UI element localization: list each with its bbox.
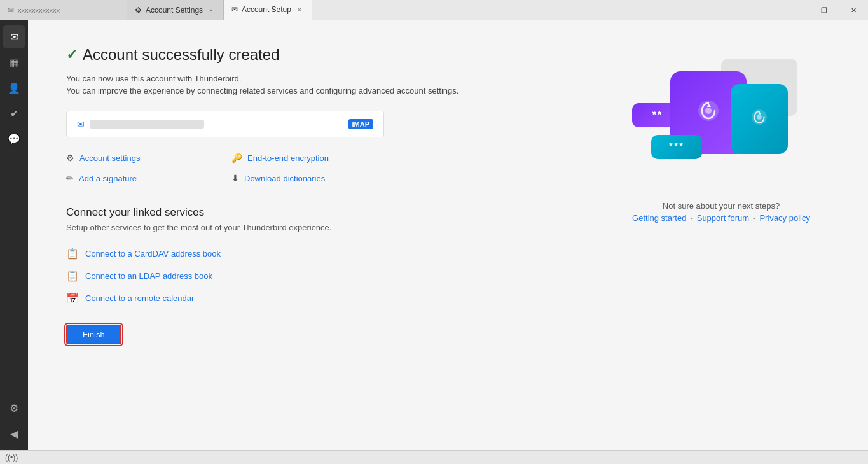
tab-account-setup-close[interactable]: × (295, 5, 304, 15)
account-email-field (90, 120, 204, 129)
imap-badge: IMAP (348, 119, 374, 129)
sidebar-bottom: ⚙ ◀ (3, 397, 25, 445)
success-desc-1: You can now use this account with Thunde… (66, 74, 562, 83)
account-settings-label: Account settings (79, 153, 140, 163)
ldap-link[interactable]: 📋 Connect to an LDAP address book (66, 265, 562, 287)
carddav-icon: 📋 (66, 248, 79, 260)
pen-icon: ✏ (66, 173, 74, 183)
help-links: Getting started - Support forum - Privac… (619, 213, 823, 223)
support-forum-link[interactable]: Support forum (697, 213, 749, 223)
settings-tab-icon: ⚙ (135, 6, 142, 15)
tab-account-settings[interactable]: ⚙ Account Settings × (127, 0, 224, 20)
success-title: Account successfully created (83, 46, 279, 64)
sidebar-item-tasks[interactable]: ✔ (3, 102, 25, 125)
encryption-link[interactable]: 🔑 End-to-end encryption (231, 150, 384, 165)
linked-services-desc: Setup other services to get the most out… (66, 223, 562, 232)
tab-mail[interactable]: ✉ xxxxxxxxxxxx (0, 0, 127, 20)
window-controls: — ❐ ✕ (780, 0, 868, 20)
account-email-icon: ✉ (77, 119, 85, 129)
gear-icon: ⚙ (66, 153, 74, 163)
sidebar-item-collapse[interactable]: ◀ (3, 422, 25, 445)
thunderbird-logo-blue (750, 108, 769, 131)
privacy-policy-link[interactable]: Privacy policy (759, 213, 809, 223)
ldap-label: Connect to an LDAP address book (85, 271, 212, 281)
sidebar-item-settings[interactable]: ⚙ (3, 397, 25, 419)
setup-tab-icon: ✉ (231, 5, 238, 14)
sidebar-item-contacts[interactable]: 👤 (3, 76, 25, 99)
ldap-icon: 📋 (66, 270, 79, 282)
tab-account-settings-close[interactable]: × (207, 6, 216, 15)
svg-point-1 (705, 108, 712, 114)
encryption-label: End-to-end encryption (247, 153, 329, 163)
settings-grid: ⚙ Account settings 🔑 End-to-end encrypti… (66, 150, 384, 186)
app-body: ✉ ▦ 👤 ✔ 💬 ⚙ ◀ ✓ Account successfully cre… (0, 20, 868, 450)
maximize-button[interactable]: ❐ (809, 0, 839, 20)
sep-2: - (753, 213, 755, 223)
dictionaries-link[interactable]: ⬇ Download dictionaries (231, 171, 384, 186)
tab-bar: ✉ xxxxxxxxxxxx ⚙ Account Settings × ✉ Ac… (0, 0, 312, 20)
sidebar-item-calendar[interactable]: ▦ (3, 51, 25, 74)
mail-tab-icon: ✉ (8, 6, 14, 15)
download-icon: ⬇ (231, 173, 239, 183)
title-bar: ✉ xxxxxxxxxxxx ⚙ Account Settings × ✉ Ac… (0, 0, 868, 20)
sidebar: ✉ ▦ 👤 ✔ 💬 ⚙ ◀ (0, 20, 28, 450)
content-area: ✓ Account successfully created You can n… (28, 20, 600, 450)
dictionaries-label: Download dictionaries (244, 174, 325, 183)
success-desc-2: You can improve the experience by connec… (66, 86, 562, 95)
check-icon: ✓ (66, 46, 78, 63)
minimize-button[interactable]: — (780, 0, 809, 20)
wifi-icon: ((•)) (5, 453, 18, 462)
signature-label: Add a signature (79, 174, 137, 183)
sidebar-item-chat[interactable]: 💬 (3, 127, 25, 150)
main-content: ✓ Account successfully created You can n… (28, 20, 868, 450)
account-card-left: ✉ (77, 119, 204, 129)
finish-button[interactable]: Finish (66, 325, 121, 344)
tab-mail-label: xxxxxxxxxxxx (18, 6, 60, 14)
thunderbird-logo-purple (696, 98, 721, 128)
carddav-link[interactable]: 📋 Connect to a CardDAV address book (66, 243, 562, 265)
svg-point-3 (757, 115, 762, 120)
asterisk-purple: ** (652, 109, 663, 121)
getting-started-link[interactable]: Getting started (632, 213, 686, 223)
card-blue (731, 84, 788, 154)
remote-calendar-label: Connect to a remote calendar (85, 293, 194, 303)
tab-account-setup-label: Account Setup (242, 5, 291, 14)
sidebar-item-mail[interactable]: ✉ (3, 25, 25, 48)
calendar-link-icon: 📅 (66, 292, 79, 304)
key-icon: 🔑 (231, 153, 242, 163)
remote-calendar-link[interactable]: 📅 Connect to a remote calendar (66, 287, 562, 309)
help-text: Not sure about your next steps? (619, 201, 823, 211)
tab-account-setup[interactable]: ✉ Account Setup × (224, 0, 312, 20)
illustration: ** (619, 59, 797, 173)
asterisk-blue: *** (669, 141, 685, 153)
carddav-label: Connect to a CardDAV address book (85, 249, 221, 258)
close-button[interactable]: ✕ (839, 0, 868, 20)
help-section: Not sure about your next steps? Getting … (619, 201, 823, 223)
account-card: ✉ IMAP (66, 111, 384, 137)
right-panel: ** (600, 20, 842, 450)
signature-link[interactable]: ✏ Add a signature (66, 171, 219, 186)
account-settings-link[interactable]: ⚙ Account settings (66, 150, 219, 165)
tab-account-settings-label: Account Settings (146, 6, 203, 15)
linked-services-title: Connect your linked services (66, 206, 562, 219)
sep-1: - (690, 213, 692, 223)
pin-card-blue: *** (651, 135, 702, 159)
success-header: ✓ Account successfully created (66, 46, 562, 64)
status-bar: ((•)) (0, 450, 868, 464)
